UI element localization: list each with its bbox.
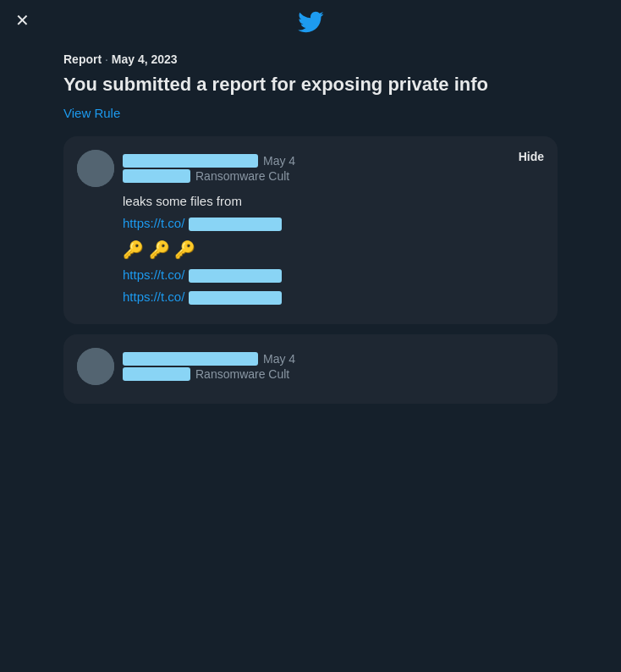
report-date: May 4, 2023 [112, 52, 178, 66]
url-redacted-3 [189, 291, 282, 305]
username-redacted-2 [123, 352, 258, 366]
tweet-meta-1: May 4 Ransomware Cult [123, 154, 544, 183]
tweet-card-1: Hide May 4 Ransomware Cult leaks some fi… [63, 136, 558, 324]
cult-label-2: Ransomware Cult [195, 367, 289, 381]
report-title: You submitted a report for exposing priv… [63, 73, 558, 97]
tweet-header-1: May 4 Ransomware Cult [77, 150, 544, 187]
tweet-body-1: leaks some files from https://t.co/ 🔑 🔑 … [123, 192, 544, 307]
tweet-date-1: May 4 [263, 154, 295, 168]
handle-redacted-2 [123, 367, 190, 381]
report-header: Report · May 4, 2023 You submitted a rep… [0, 36, 621, 121]
close-button[interactable]: ✕ [15, 12, 30, 29]
handle-row-2: Ransomware Cult [123, 367, 544, 381]
username-row-1: May 4 [123, 154, 544, 168]
tweet-link-1: https://t.co/ [123, 214, 544, 234]
handle-redacted-1 [123, 169, 190, 183]
tweet-meta-2: May 4 Ransomware Cult [123, 352, 544, 381]
url-redacted-1 [189, 218, 282, 231]
tweet-date-2: May 4 [263, 352, 295, 366]
handle-row-1: Ransomware Cult [123, 169, 544, 183]
hide-button[interactable]: Hide [519, 150, 544, 163]
twitter-logo [0, 0, 621, 36]
tweet-header-2: May 4 Ransomware Cult [77, 348, 544, 385]
view-rule-link[interactable]: View Rule [63, 106, 120, 120]
tweet-emojis: 🔑 🔑 🔑 [123, 237, 544, 262]
avatar-1 [77, 150, 114, 187]
avatar-2 [77, 348, 114, 385]
tweet-link-3: https://t.co/ [123, 288, 544, 307]
url-redacted-2 [189, 269, 282, 283]
cult-label-1: Ransomware Cult [195, 169, 289, 183]
report-label: Report [63, 52, 102, 66]
tweet-link-2: https://t.co/ [123, 266, 544, 285]
tweet-line-1: leaks some files from [123, 192, 544, 212]
report-meta: Report · May 4, 2023 [63, 52, 558, 66]
username-row-2: May 4 [123, 352, 544, 366]
username-redacted-1 [123, 154, 258, 168]
tweet-card-2: May 4 Ransomware Cult [63, 334, 558, 404]
